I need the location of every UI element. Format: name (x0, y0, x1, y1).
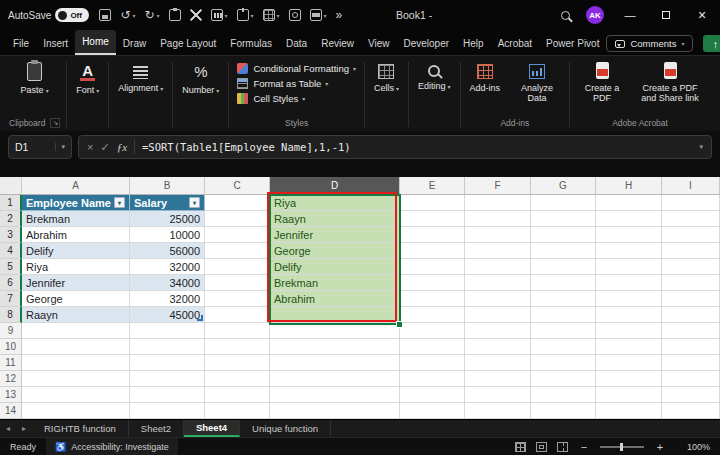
cell-B7[interactable]: 32000 (130, 291, 205, 307)
cell-F4[interactable] (465, 243, 531, 259)
camera-icon[interactable] (289, 9, 301, 21)
row-header-13[interactable]: 13 (0, 387, 22, 403)
addins-button[interactable]: Add-ins (467, 60, 504, 95)
cells-button[interactable]: Cells▾ (371, 60, 402, 95)
cell-F5[interactable] (465, 259, 531, 275)
cell-B4[interactable]: 56000 (130, 243, 205, 259)
normal-view-icon[interactable] (515, 442, 526, 452)
name-box[interactable]: D1 ▾ (8, 135, 72, 159)
save-icon[interactable] (99, 9, 111, 21)
autosave-toggle[interactable]: Off (55, 8, 89, 22)
cell-F14[interactable] (465, 403, 531, 419)
undo-icon[interactable]: ↺▾ (120, 8, 135, 22)
cell-C8[interactable] (205, 307, 270, 323)
cell-F11[interactable] (465, 355, 531, 371)
cell-I8[interactable] (662, 307, 720, 323)
avatar[interactable]: AK (586, 6, 604, 24)
cell-B14[interactable] (130, 403, 205, 419)
cell-D13[interactable] (270, 387, 400, 403)
cell-F8[interactable] (465, 307, 531, 323)
zoom-level[interactable]: 100% (676, 442, 710, 452)
cell-H5[interactable] (596, 259, 662, 275)
row-header-5[interactable]: 5 (0, 259, 22, 275)
status-mode[interactable]: Ready (10, 442, 36, 452)
close-button[interactable]: × (692, 4, 712, 26)
print-icon[interactable]: ▾ (310, 9, 327, 21)
cell-D2[interactable]: Raayn (270, 211, 400, 227)
cell-C1[interactable] (205, 195, 270, 211)
editing-button[interactable]: Editing▾ (415, 60, 454, 93)
cell-E11[interactable] (400, 355, 465, 371)
sheet-nav-left-icon[interactable]: ◂ (0, 420, 16, 437)
cell-F2[interactable] (465, 211, 531, 227)
cell-E14[interactable] (400, 403, 465, 419)
cell-G12[interactable] (531, 371, 596, 387)
cell-A1[interactable]: Employee Name▾ (22, 195, 130, 211)
cell-H2[interactable] (596, 211, 662, 227)
name-box-dropdown-icon[interactable]: ▾ (55, 143, 65, 151)
tab-page-layout[interactable]: Page Layout (153, 32, 223, 55)
cell-H7[interactable] (596, 291, 662, 307)
cell-D8[interactable] (270, 307, 400, 323)
cell-D7[interactable]: Abrahim (270, 291, 400, 307)
column-header-G[interactable]: G (531, 177, 596, 195)
cell-F9[interactable] (465, 323, 531, 339)
cell-C12[interactable] (205, 371, 270, 387)
cell-G14[interactable] (531, 403, 596, 419)
minimize-button[interactable]: — (620, 4, 640, 26)
cell-H4[interactable] (596, 243, 662, 259)
row-header-3[interactable]: 3 (0, 227, 22, 243)
cell-A6[interactable]: Jennifer (22, 275, 130, 291)
cell-A8[interactable]: Raayn (22, 307, 130, 323)
cell-I3[interactable] (662, 227, 720, 243)
cell-G9[interactable] (531, 323, 596, 339)
cell-G10[interactable] (531, 339, 596, 355)
formula-text[interactable]: =SORT(Table1[Employee Name],1,-1) (142, 141, 692, 153)
paste-button[interactable]: Paste▾ (18, 60, 52, 97)
cell-H14[interactable] (596, 403, 662, 419)
cell-D1[interactable]: Riya (270, 195, 400, 211)
cell-D9[interactable] (270, 323, 400, 339)
insert-function-icon[interactable]: ƒx (117, 141, 127, 153)
column-header-A[interactable]: A (22, 177, 130, 195)
search-icon[interactable] (561, 11, 570, 20)
sheet-tab-sheet2[interactable]: Sheet2 (129, 420, 184, 437)
row-header-14[interactable]: 14 (0, 403, 22, 419)
filter-button[interactable]: ▾ (189, 197, 200, 208)
row-header-7[interactable]: 7 (0, 291, 22, 307)
zoom-in-button[interactable]: + (654, 441, 666, 453)
cell-H12[interactable] (596, 371, 662, 387)
tab-review[interactable]: Review (314, 32, 361, 55)
cell-I11[interactable] (662, 355, 720, 371)
fill-handle[interactable] (396, 321, 403, 328)
cell-H3[interactable] (596, 227, 662, 243)
analyze-data-button[interactable]: Analyze Data (511, 60, 563, 106)
chart-icon[interactable]: ▾ (211, 9, 228, 21)
sheet-tab-sheet4[interactable]: Sheet4 (184, 420, 240, 437)
cell-B1[interactable]: Salary▾ (130, 195, 205, 211)
cell-C4[interactable] (205, 243, 270, 259)
cell-D3[interactable]: Jennifer (270, 227, 400, 243)
cell-D14[interactable] (270, 403, 400, 419)
cell-B11[interactable] (130, 355, 205, 371)
cell-A13[interactable] (22, 387, 130, 403)
cell-H8[interactable] (596, 307, 662, 323)
cell-G6[interactable] (531, 275, 596, 291)
cell-G1[interactable] (531, 195, 596, 211)
cell-F6[interactable] (465, 275, 531, 291)
cell-H6[interactable] (596, 275, 662, 291)
cell-H1[interactable] (596, 195, 662, 211)
filter-button[interactable]: ▾ (114, 197, 125, 208)
cell-C13[interactable] (205, 387, 270, 403)
tab-acrobat[interactable]: Acrobat (491, 32, 539, 55)
row-header-10[interactable]: 10 (0, 339, 22, 355)
cell-C9[interactable] (205, 323, 270, 339)
font-button[interactable]: A Font▾ (73, 60, 102, 97)
row-header-12[interactable]: 12 (0, 371, 22, 387)
cell-G4[interactable] (531, 243, 596, 259)
tab-help[interactable]: Help (456, 32, 491, 55)
tab-insert[interactable]: Insert (36, 32, 75, 55)
column-header-H[interactable]: H (596, 177, 662, 195)
cell-I9[interactable] (662, 323, 720, 339)
cell-G5[interactable] (531, 259, 596, 275)
